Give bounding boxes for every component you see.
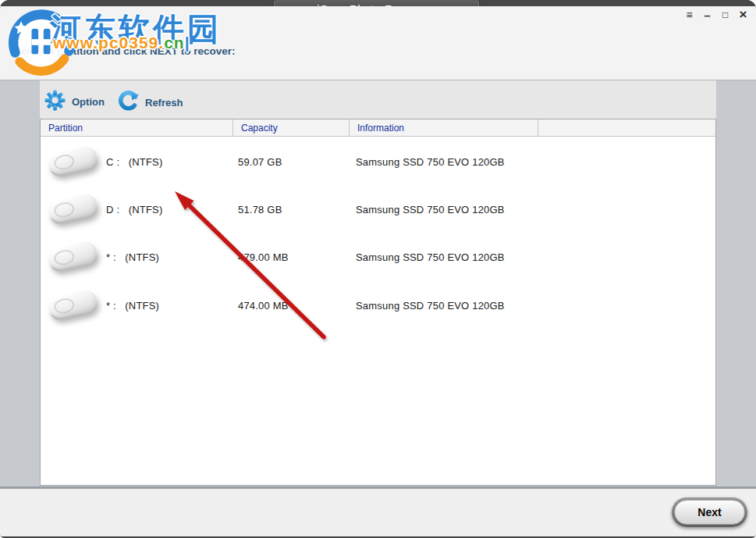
- watermark-site-url: www.pc0359.cn|: [53, 34, 190, 52]
- capacity-cell: 59.07 GB: [238, 137, 282, 186]
- partition-table: Partition Capacity Information C : (NTFS…: [40, 119, 716, 486]
- table-header: Partition Capacity Information: [41, 119, 715, 137]
- option-button[interactable]: Option: [44, 90, 105, 114]
- capacity-cell: 474.00 MB: [238, 281, 289, 330]
- watermark-url-tld: cn: [164, 34, 185, 52]
- partition-cell: D : (NTFS): [106, 185, 162, 233]
- menu-icon[interactable]: ≡: [683, 6, 695, 23]
- column-header-capacity[interactable]: Capacity: [233, 119, 350, 136]
- column-header-information[interactable]: Information: [350, 119, 538, 136]
- capacity-cell: 51.78 GB: [238, 185, 282, 233]
- partition-cell: * : (NTFS): [106, 281, 159, 330]
- partition-cell: * : (NTFS): [106, 233, 159, 281]
- app-window: iCare Photo Recovery ≡ – □ × Select a pa…: [0, 0, 756, 538]
- next-button[interactable]: Next: [672, 497, 747, 527]
- watermark-url-prefix: www.pc0359.: [53, 34, 164, 52]
- refresh-label: Refresh: [145, 97, 183, 109]
- information-cell: Samsung SSD 750 EVO 120GB: [356, 233, 505, 281]
- table-row[interactable]: * : (NTFS) 479.00 MB Samsung SSD 750 EVO…: [41, 233, 715, 281]
- information-cell: Samsung SSD 750 EVO 120GB: [356, 281, 505, 330]
- watermark-cursor-bar: |: [185, 34, 190, 52]
- gear-icon: [44, 90, 66, 114]
- drive-icon: [45, 193, 103, 227]
- main-panel: Option Refresh Partition Capac: [0, 80, 756, 486]
- option-label: Option: [72, 96, 105, 108]
- window-controls: ≡ – □ ×: [683, 6, 749, 23]
- drive-icon: [45, 145, 103, 180]
- column-header-partition[interactable]: Partition: [41, 119, 233, 136]
- information-cell: Samsung SSD 750 EVO 120GB: [356, 137, 505, 186]
- table-row[interactable]: D : (NTFS) 51.78 GB Samsung SSD 750 EVO …: [41, 185, 715, 233]
- information-cell: Samsung SSD 750 EVO 120GB: [356, 185, 505, 233]
- toolbar: Option Refresh: [40, 80, 716, 119]
- table-row[interactable]: * : (NTFS) 474.00 MB Samsung SSD 750 EVO…: [41, 281, 715, 330]
- drive-icon: [45, 289, 103, 323]
- close-icon[interactable]: ×: [737, 6, 749, 23]
- drive-icon: [45, 240, 103, 275]
- table-row[interactable]: C : (NTFS) 59.07 GB Samsung SSD 750 EVO …: [41, 137, 715, 186]
- minimize-icon[interactable]: –: [701, 6, 713, 23]
- partition-cell: C : (NTFS): [106, 137, 162, 186]
- column-header-blank[interactable]: [538, 119, 715, 136]
- refresh-icon: [117, 90, 139, 115]
- refresh-button[interactable]: Refresh: [117, 90, 183, 115]
- footer-bar: Next: [0, 489, 756, 536]
- next-button-label: Next: [697, 506, 721, 518]
- maximize-icon[interactable]: □: [719, 6, 731, 23]
- capacity-cell: 479.00 MB: [238, 233, 289, 281]
